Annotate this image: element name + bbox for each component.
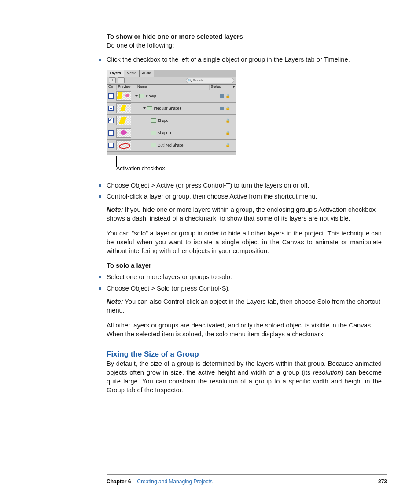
bullet-list-3: Select one or more layers or groups to s… xyxy=(107,273,382,338)
note-label: Note: xyxy=(107,206,123,213)
paragraph: All other layers or groups are deactivat… xyxy=(107,321,382,339)
tab-media[interactable]: Media xyxy=(124,70,140,77)
activation-checkbox[interactable] xyxy=(108,118,114,123)
lock-icon[interactable]: 🔒 xyxy=(225,131,230,135)
layer-row[interactable]: Group 🔒 xyxy=(107,90,236,103)
footer-title: Creating and Managing Projects xyxy=(137,478,212,485)
note-paragraph: Note: You can also Control-click an obje… xyxy=(107,298,382,315)
procedure-lead: Do one of the following: xyxy=(107,41,382,50)
lock-icon[interactable]: 🔒 xyxy=(225,106,230,110)
procedure-heading: To solo a layer xyxy=(107,261,382,270)
shape-icon xyxy=(151,143,156,147)
lock-icon[interactable]: 🔒 xyxy=(225,118,230,123)
activation-checkbox[interactable] xyxy=(108,143,114,148)
layer-row[interactable]: Shape 1 🔒 xyxy=(107,127,236,140)
search-placeholder: Search xyxy=(193,79,203,82)
preview-thumb xyxy=(116,91,131,101)
lock-icon[interactable]: 🔒 xyxy=(225,94,230,98)
layer-name: Outlined Shape xyxy=(158,143,184,147)
note-text: You can also Control-click an object in … xyxy=(107,298,380,314)
status-bars-icon xyxy=(220,94,224,98)
layers-tabs: Layers Media Audio xyxy=(107,70,236,77)
activation-checkbox[interactable] xyxy=(108,130,114,136)
status-bars-icon xyxy=(220,107,224,110)
panel-footer xyxy=(107,152,236,155)
col-name: Name xyxy=(136,85,210,90)
callout-label: Activation checkbox xyxy=(116,166,382,172)
bullet-item: Select one or more layers or groups to s… xyxy=(107,273,382,282)
preview-thumb xyxy=(116,128,131,138)
group-icon xyxy=(139,94,144,98)
col-preview: Preview xyxy=(117,85,136,90)
layers-body: Group 🔒 Irregular Shapes 🔒 Shape 🔒 xyxy=(107,90,236,155)
add-button[interactable]: + xyxy=(109,77,116,83)
procedure-heading: To show or hide one or more selected lay… xyxy=(107,33,382,41)
paragraph: You can "solo" a layer or group in order… xyxy=(107,229,382,256)
bullet-list-1: Click the checkbox to the left of a sing… xyxy=(107,55,382,64)
col-on: On xyxy=(107,85,117,90)
layer-row[interactable]: Shape 🔒 xyxy=(107,115,236,127)
section-body-ital: resolution xyxy=(313,369,341,376)
page-content: To show or hide one or more selected lay… xyxy=(107,33,382,395)
section-heading: Fixing the Size of a Group xyxy=(107,350,382,359)
bullet-list-2: Choose Object > Active (or press Control… xyxy=(107,181,382,271)
page-footer: Chapter 6 Creating and Managing Projects… xyxy=(107,474,387,485)
layer-name: Shape 1 xyxy=(158,131,172,135)
column-header: On Preview Name Status ▸ xyxy=(107,85,236,90)
note-label: Note: xyxy=(107,298,123,305)
layer-name: Group xyxy=(146,94,156,98)
layer-row[interactable]: Outlined Shape 🔒 xyxy=(107,140,236,152)
disclosure-triangle-icon[interactable] xyxy=(135,95,138,97)
group-icon xyxy=(147,106,152,110)
bullet-item: Control-click a layer or group, then cho… xyxy=(107,192,382,201)
activation-checkbox[interactable] xyxy=(108,106,114,111)
preview-thumb xyxy=(116,116,131,125)
footer-page: 273 xyxy=(378,478,387,485)
col-arrow[interactable]: ▸ xyxy=(232,85,236,90)
layers-toolbar: + − 🔍 Search xyxy=(107,77,236,85)
layer-name: Shape xyxy=(158,118,169,123)
layer-name: Irregular Shapes xyxy=(154,106,181,110)
footer-chapter: Chapter 6 xyxy=(107,478,131,485)
shape-icon xyxy=(151,118,156,123)
note-text: If you hide one or more layers within a … xyxy=(107,206,376,222)
tab-audio[interactable]: Audio xyxy=(140,70,154,77)
activation-checkbox[interactable] xyxy=(108,93,114,99)
col-status: Status xyxy=(210,85,232,90)
note-paragraph: Note: If you hide one or more layers wit… xyxy=(107,206,382,223)
bullet-item: Click the checkbox to the left of a sing… xyxy=(107,55,382,64)
tab-layers[interactable]: Layers xyxy=(107,70,124,77)
preview-thumb xyxy=(116,103,131,113)
shape-icon xyxy=(151,131,156,135)
section-body: By default, the size of a group is deter… xyxy=(107,360,382,394)
layers-panel-figure: Layers Media Audio + − 🔍 Search On Previ… xyxy=(107,70,236,155)
bullet-item: Choose Object > Solo (or press Control-S… xyxy=(107,284,382,293)
lock-icon[interactable]: 🔒 xyxy=(225,143,230,147)
preview-thumb xyxy=(116,140,131,150)
remove-button[interactable]: − xyxy=(118,77,125,83)
disclosure-triangle-icon[interactable] xyxy=(143,107,146,109)
bullet-item: Choose Object > Active (or press Control… xyxy=(107,181,382,190)
search-field[interactable]: 🔍 Search xyxy=(186,78,234,83)
layer-row[interactable]: Irregular Shapes 🔒 xyxy=(107,103,236,115)
